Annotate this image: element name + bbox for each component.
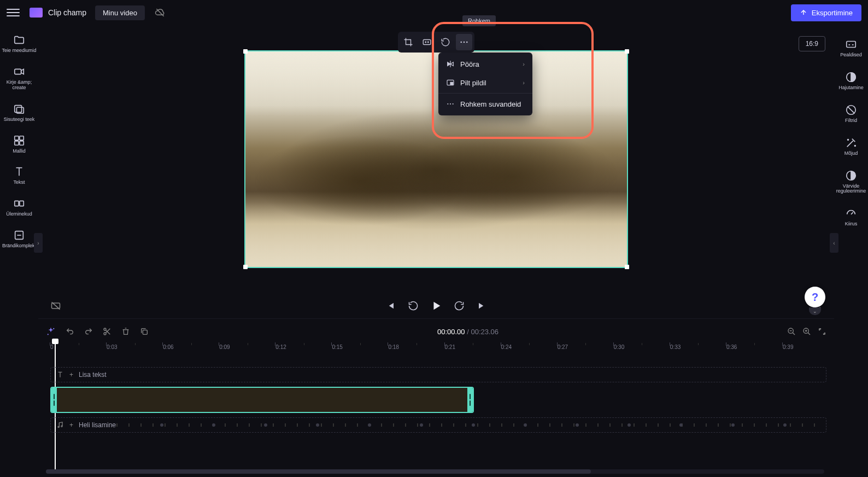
flip-icon [446, 60, 455, 68]
selection-handle[interactable] [243, 265, 248, 269]
ruler-tick: 0:06 [163, 344, 173, 350]
ruler-tick: 0:18 [388, 344, 398, 350]
menu-more-options[interactable]: Rohkem suvandeid [438, 95, 532, 113]
svg-point-32 [61, 426, 62, 427]
selection-handle[interactable] [243, 49, 248, 54]
svg-point-20 [450, 103, 451, 104]
redo-button[interactable] [84, 327, 93, 336]
tooltip: Rohkem [462, 15, 496, 26]
skip-start-button[interactable] [384, 299, 397, 312]
timeline-hscroll[interactable] [46, 469, 824, 474]
svg-rect-6 [15, 141, 19, 144]
safe-zone-toggle[interactable] [49, 299, 62, 312]
svg-rect-33 [847, 42, 856, 48]
prop-color[interactable]: Värvide reguleerimine [835, 164, 867, 200]
zoom-fit-button[interactable] [818, 327, 826, 336]
crop-button[interactable] [400, 34, 417, 50]
speed-icon [845, 207, 857, 219]
timeline-ruler[interactable]: 00:030:060:090:120:150:180:210:240:270:3… [50, 344, 826, 357]
sidebar-item-library[interactable]: Sisuteegi teek [1, 97, 38, 128]
ruler-tick: 0:27 [558, 344, 568, 350]
ruler-tick: 0:30 [614, 344, 624, 350]
svg-rect-4 [15, 136, 19, 139]
duplicate-button[interactable] [140, 327, 149, 336]
selection-handle[interactable] [625, 49, 629, 54]
svg-point-14 [460, 42, 462, 43]
export-label: Eksportimine [812, 9, 853, 17]
clip-trim-right[interactable] [467, 388, 473, 412]
time-current: 00:00.00 [437, 328, 465, 336]
prop-fade[interactable]: Hajutamine [835, 66, 867, 96]
svg-rect-18 [450, 82, 453, 84]
transitions-icon [13, 197, 25, 210]
play-button[interactable] [430, 299, 443, 312]
svg-rect-11 [423, 40, 431, 45]
svg-point-31 [58, 426, 59, 427]
svg-point-38 [854, 145, 855, 146]
effects-icon [845, 137, 857, 149]
zoom-in-button[interactable] [802, 327, 811, 336]
text-track[interactable]: + Lisa tekst [50, 367, 826, 382]
help-button[interactable]: ? [805, 287, 825, 307]
filters-icon [845, 104, 857, 116]
rotate-button[interactable] [437, 34, 454, 50]
svg-line-36 [848, 106, 855, 113]
ruler-tick: 0:03 [107, 344, 117, 350]
ai-sparkle-icon[interactable] [46, 327, 56, 336]
fit-button[interactable] [419, 34, 435, 50]
video-clip[interactable] [50, 387, 474, 413]
timeline-panel: 00:00.00 / 00:23.06 00:030:060:090:120:1… [38, 318, 834, 477]
right-rail-collapse[interactable]: ‹ [830, 233, 838, 253]
sidebar-item-text[interactable]: Tekst [1, 160, 38, 191]
preview-frame[interactable] [244, 50, 628, 268]
svg-rect-2 [15, 105, 22, 112]
prop-filters[interactable]: Filtrid [835, 98, 867, 129]
library-icon [13, 103, 25, 115]
ruler-tick: 0:36 [726, 344, 737, 350]
rewind-button[interactable] [407, 299, 420, 312]
sidebar-item-record[interactable]: Kirje &amp; create [1, 60, 38, 96]
delete-button[interactable] [121, 327, 130, 336]
transport-controls [38, 293, 834, 318]
prop-effects[interactable]: Mõjud [835, 131, 867, 162]
svg-rect-8 [15, 201, 19, 206]
svg-point-26 [104, 328, 106, 330]
svg-point-12 [425, 42, 426, 43]
brand-text: Clip champ [48, 8, 86, 17]
sidebar-item-templates[interactable]: Mallid [1, 129, 38, 160]
time-duration: 00:23.06 [471, 328, 498, 336]
sidebar-item-brandkit[interactable]: Brändikomplekt [1, 224, 38, 254]
aspect-ratio-button[interactable]: 16:9 [799, 36, 825, 51]
forward-button[interactable] [453, 299, 466, 312]
video-title-button[interactable]: Minu video [95, 5, 145, 20]
left-rail: Teie meediumid Kirje &amp; create Sisute… [0, 25, 38, 477]
cloud-sync-off-icon[interactable] [155, 7, 166, 18]
svg-rect-7 [20, 141, 24, 144]
svg-rect-9 [20, 201, 24, 206]
menu-hamburger[interactable] [7, 6, 20, 19]
menu-rotate[interactable]: Pööra › [438, 55, 532, 73]
svg-point-27 [104, 333, 106, 335]
skip-end-button[interactable] [476, 299, 489, 312]
svg-rect-1 [15, 69, 21, 74]
audio-waveform-placeholder [116, 423, 820, 427]
captions-icon [845, 38, 857, 50]
more-button[interactable] [456, 34, 472, 50]
export-button[interactable]: Eksportimine [791, 4, 861, 21]
fade-icon [845, 71, 857, 83]
menu-pip[interactable]: Pilt pildil › [438, 73, 532, 92]
audio-track[interactable]: + Heli lisamine [50, 417, 826, 433]
sidebar-item-transitions[interactable]: Üleminekud [1, 192, 38, 223]
clip-trim-left[interactable] [51, 388, 57, 412]
prop-speed[interactable]: Kiirus [835, 202, 867, 232]
ruler-tick: 0:15 [332, 344, 342, 350]
prop-captions[interactable]: Pealdised [835, 33, 867, 63]
svg-point-25 [48, 334, 49, 335]
zoom-out-button[interactable] [787, 327, 796, 336]
more-dropdown: Pööra › Pilt pildil › Rohkem suvandeid [438, 53, 532, 115]
brand-icon [30, 8, 43, 18]
split-button[interactable] [103, 327, 112, 336]
sidebar-item-media[interactable]: Teie meediumid [1, 28, 38, 59]
selection-handle[interactable] [625, 265, 629, 269]
undo-button[interactable] [66, 327, 74, 336]
